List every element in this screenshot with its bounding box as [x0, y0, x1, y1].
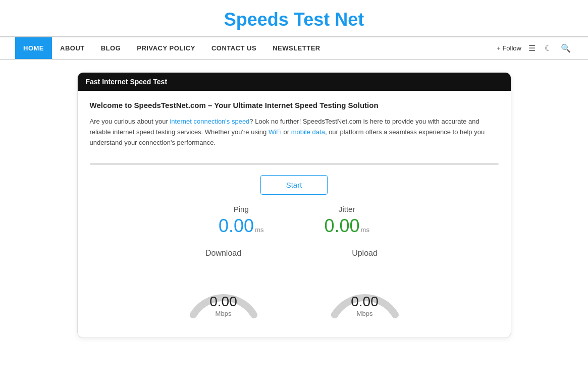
jitter-unit: ms	[361, 226, 369, 234]
mobile-data-link[interactable]: mobile data	[291, 128, 325, 136]
speed-test-card: Fast Internet Speed Test Welcome to Spee…	[77, 72, 511, 338]
follow-label: + Follow	[497, 44, 521, 52]
start-btn-row: Start	[90, 175, 499, 195]
download-gauge-svg-container: 0.00 Mbps	[173, 262, 274, 322]
ping-jitter-row: Ping 0.00ms Jitter 0.00ms	[90, 205, 499, 237]
download-gauge-block: Download 0.00 Mbps	[173, 249, 274, 322]
upload-gauge-svg-container: 0.00 Mbps	[314, 262, 415, 322]
follow-button[interactable]: + Follow	[497, 44, 521, 52]
nav-item-privacy-policy[interactable]: PRIVACY POLICY	[129, 37, 203, 59]
download-label: Download	[173, 249, 274, 258]
site-header: Speeds Test Net	[0, 0, 588, 37]
card-title-bar: Fast Internet Speed Test	[78, 73, 511, 91]
jitter-value: 0.00	[325, 215, 360, 236]
nav-item-blog[interactable]: BLOG	[93, 37, 129, 59]
download-unit: Mbps	[209, 310, 237, 317]
nav-actions: + Follow ☰ ☾ 🔍	[497, 41, 573, 55]
gauges-row: Download 0.00 Mbps	[90, 249, 499, 322]
internet-link[interactable]: internet connection's speed	[170, 118, 249, 125]
download-value-overlay: 0.00 Mbps	[209, 294, 237, 317]
card-body[interactable]: Welcome to SpeedsTestNet.com – Your Ulti…	[78, 91, 511, 338]
upload-label: Upload	[314, 249, 415, 258]
upload-gauge-block: Upload 0.00 Mbps	[314, 249, 415, 322]
card-title: Fast Internet Speed Test	[86, 78, 168, 86]
progress-bar	[90, 163, 499, 165]
site-title: Speeds Test Net	[224, 9, 364, 30]
main-nav: HOME ABOUT BLOG PRIVACY POLICY CONTACT U…	[0, 37, 588, 60]
wifi-link[interactable]: WiFi	[269, 128, 282, 136]
hamburger-icon[interactable]: ☰	[526, 41, 538, 55]
ping-block: Ping 0.00ms	[219, 205, 263, 237]
start-button[interactable]: Start	[260, 175, 328, 195]
upload-value: 0.00	[351, 294, 379, 310]
dark-mode-icon[interactable]: ☾	[543, 41, 554, 55]
welcome-heading: Welcome to SpeedsTestNet.com – Your Ulti…	[90, 101, 499, 109]
upload-unit: Mbps	[351, 310, 379, 317]
jitter-block: Jitter 0.00ms	[325, 205, 369, 237]
upload-value-overlay: 0.00 Mbps	[351, 294, 379, 317]
ping-label: Ping	[219, 205, 263, 213]
nav-item-contact-us[interactable]: CONTACT US	[203, 37, 264, 59]
search-icon[interactable]: 🔍	[559, 41, 573, 55]
speed-widget: Start Ping 0.00ms Jitter 0.00ms Down	[90, 158, 499, 338]
nav-item-about[interactable]: ABOUT	[52, 37, 93, 59]
download-value: 0.00	[209, 294, 237, 310]
jitter-label: Jitter	[325, 205, 369, 213]
nav-item-newsletter[interactable]: NEWSLETTER	[264, 37, 329, 59]
main-content: Fast Internet Speed Test Welcome to Spee…	[0, 60, 588, 350]
ping-unit: ms	[255, 226, 263, 234]
nav-item-home[interactable]: HOME	[15, 37, 52, 59]
ping-value: 0.00	[219, 215, 254, 236]
welcome-text: Are you curious about your internet conn…	[90, 117, 499, 148]
